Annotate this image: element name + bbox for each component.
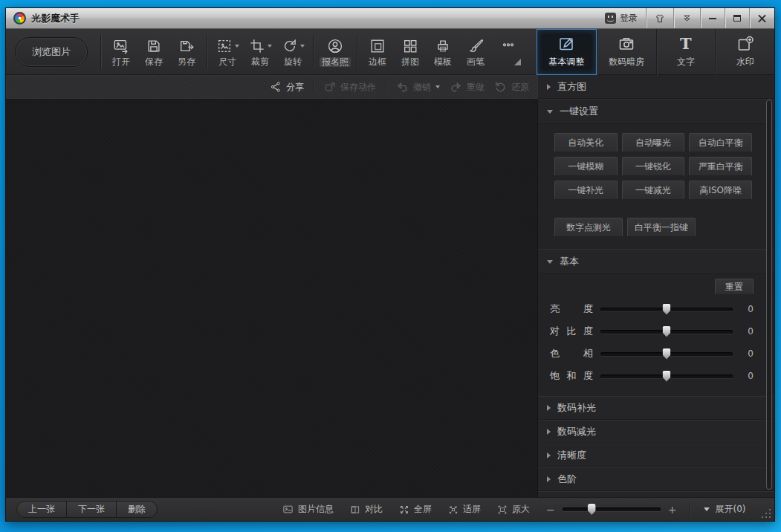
resize-grip[interactable]: [769, 516, 771, 518]
auto-beautify-button[interactable]: 自动美化: [554, 133, 618, 152]
slider-thumb[interactable]: [663, 348, 671, 360]
brightness-slider-row: 亮度 0: [550, 298, 754, 320]
zoom-slider[interactable]: [563, 507, 661, 511]
tab-basic-adjust[interactable]: 基本调整: [537, 29, 597, 75]
section-curves[interactable]: 曲线: [538, 491, 774, 497]
chevron-right-icon: [547, 84, 551, 90]
oneclick-sharpen-button[interactable]: 一键锐化: [622, 157, 685, 176]
zoom-control: − +: [546, 505, 676, 515]
chevron-right-icon: [547, 476, 551, 482]
compare-icon: [350, 505, 360, 515]
contrast-slider[interactable]: [600, 330, 733, 334]
redo-button[interactable]: 重做: [450, 81, 485, 94]
original-size-button[interactable]: 原大: [497, 503, 530, 516]
close-button[interactable]: [750, 8, 774, 28]
digital-spot-metering-button[interactable]: 数字点测光: [554, 218, 623, 237]
id-photo-button[interactable]: 报名照: [317, 31, 353, 73]
frame-button[interactable]: 边框: [361, 31, 394, 73]
zoom-slider-thumb[interactable]: [588, 504, 596, 515]
auto-white-balance-button[interactable]: 自动白平衡: [689, 133, 752, 152]
delete-image-button[interactable]: 删除: [116, 501, 158, 518]
crop-button[interactable]: 裁剪: [244, 31, 276, 73]
save-action-button[interactable]: 保存动作: [324, 81, 376, 94]
compare-button[interactable]: 对比: [350, 503, 383, 516]
minimize-button[interactable]: [701, 8, 725, 28]
resize-button[interactable]: 尺寸: [211, 31, 244, 73]
slider-thumb[interactable]: [663, 371, 671, 382]
dropdown-caret-icon[interactable]: [235, 45, 239, 48]
dropdown-caret-icon[interactable]: [435, 85, 440, 88]
divider: [386, 81, 386, 93]
dropdown-caret-icon[interactable]: [268, 45, 272, 48]
template-icon: [435, 38, 451, 54]
save-as-icon: [178, 38, 195, 54]
section-levels[interactable]: 色阶: [538, 467, 774, 491]
tab-text[interactable]: T 文字: [656, 29, 716, 75]
crop-icon: [249, 38, 265, 54]
app-window: 光影魔术手 登录 浏览图片 打开: [5, 7, 775, 522]
oneclick-fill-light-button[interactable]: 一键补光: [554, 181, 618, 200]
high-iso-denoise-button[interactable]: 高ISO降噪: [689, 181, 752, 200]
section-clarity[interactable]: 清晰度: [538, 444, 774, 467]
previous-image-button[interactable]: 上一张: [16, 501, 67, 518]
section-histogram[interactable]: 直方图: [538, 75, 774, 99]
tab-digital-darkroom[interactable]: 数码暗房: [597, 29, 656, 75]
undo-button[interactable]: 撤销: [396, 81, 440, 94]
saturation-slider[interactable]: [600, 374, 733, 378]
login-button[interactable]: 登录: [597, 8, 646, 28]
share-button[interactable]: 分享: [270, 81, 304, 94]
panel-scrollbar[interactable]: [766, 100, 772, 490]
save-button[interactable]: 保存: [137, 31, 170, 73]
slider-thumb[interactable]: [663, 304, 671, 315]
original-size-icon: [497, 505, 508, 515]
more-tools-button[interactable]: [492, 31, 525, 73]
maximize-icon: [733, 15, 741, 22]
id-photo-icon: [327, 38, 343, 54]
section-oneclick-settings[interactable]: 一键设置: [538, 99, 774, 124]
template-button[interactable]: 模板: [427, 31, 459, 73]
slider-thumb[interactable]: [663, 326, 671, 337]
expand-filmstrip-button[interactable]: 展开(0): [704, 503, 745, 516]
image-info-button[interactable]: 图片信息: [282, 503, 334, 516]
hue-slider-row: 色相 0: [550, 343, 754, 365]
chevron-down-icon: [547, 260, 553, 264]
titlebar: 光影魔术手 登录: [6, 8, 774, 29]
open-image-icon: [113, 38, 129, 54]
open-button[interactable]: 打开: [105, 31, 137, 73]
dropdown-caret-icon[interactable]: [300, 45, 305, 48]
fullscreen-button[interactable]: 全屏: [399, 503, 432, 516]
nav-button-group: 上一张 下一张 删除: [16, 501, 158, 518]
next-image-button[interactable]: 下一张: [66, 501, 117, 518]
collapse-window-button[interactable]: [674, 8, 700, 28]
section-basic[interactable]: 基本: [538, 249, 774, 274]
rotate-button[interactable]: 旋转: [276, 31, 309, 73]
section-digital-dim-light[interactable]: 数码减光: [538, 420, 774, 444]
rotate-icon: [282, 38, 298, 54]
section-digital-fill-light[interactable]: 数码补光: [538, 396, 774, 420]
redo-icon: [450, 81, 462, 94]
theme-skin-button[interactable]: [646, 8, 673, 28]
oneclick-blur-button[interactable]: 一键模糊: [554, 157, 618, 176]
reset-button[interactable]: 重置: [715, 279, 754, 295]
edit-pencil-icon: [557, 35, 575, 53]
restore-button[interactable]: 还原: [494, 81, 529, 94]
tab-watermark[interactable]: 水印: [715, 29, 774, 75]
oneclick-dim-light-button[interactable]: 一键减光: [622, 181, 685, 200]
severe-white-balance-button[interactable]: 严重白平衡: [689, 157, 752, 176]
brightness-slider[interactable]: [600, 308, 733, 311]
save-as-button[interactable]: 另存: [170, 31, 203, 73]
fit-screen-button[interactable]: 适屏: [448, 503, 481, 516]
maximize-button[interactable]: [725, 8, 749, 28]
shirt-icon: [655, 13, 665, 24]
collage-button[interactable]: 拼图: [394, 31, 427, 73]
image-info-icon: [282, 504, 294, 515]
zoom-out-button[interactable]: −: [546, 505, 555, 515]
zoom-in-button[interactable]: +: [668, 505, 677, 515]
hue-slider[interactable]: [600, 352, 733, 356]
browse-images-button[interactable]: 浏览图片: [15, 37, 88, 67]
white-balance-one-touch-button[interactable]: 白平衡一指键: [627, 218, 696, 237]
save-icon: [146, 38, 162, 54]
auto-exposure-button[interactable]: 自动曝光: [622, 133, 685, 152]
brush-button[interactable]: 画笔: [459, 31, 492, 73]
action-toolbar: 分享 保存动作 撤销 重做 还: [6, 75, 538, 100]
